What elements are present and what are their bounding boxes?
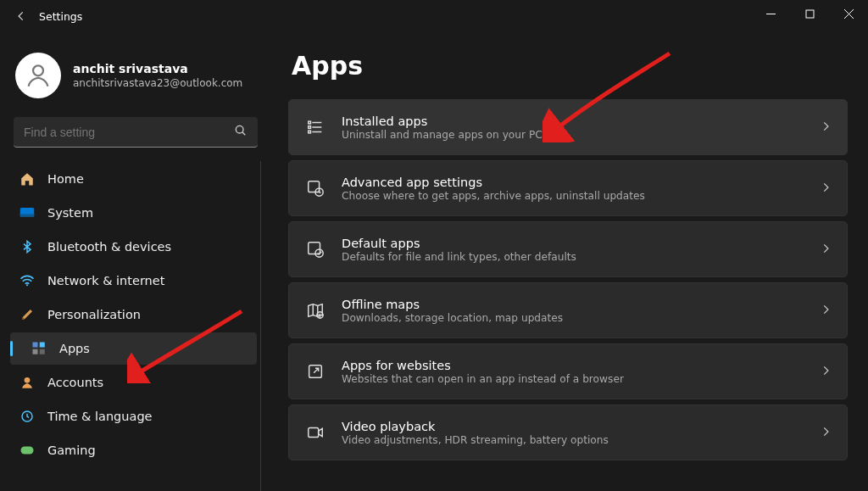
clock-icon <box>19 410 36 423</box>
sidebar-item-network[interactable]: Network & internet <box>10 265 257 297</box>
window-title: Settings <box>39 10 82 23</box>
card-title: Video playback <box>342 420 804 433</box>
profile-block[interactable]: anchit srivastava anchitsrivastava23@out… <box>10 41 261 114</box>
default-apps-icon <box>304 240 326 259</box>
nav-list: Home System Bluetooth & devices Network … <box>10 161 261 491</box>
bluetooth-icon <box>19 240 36 254</box>
card-subtitle: Downloads, storage location, map updates <box>342 312 804 324</box>
svg-rect-20 <box>309 121 311 124</box>
svg-rect-12 <box>33 349 38 354</box>
svg-line-6 <box>242 132 245 135</box>
card-title: Apps for websites <box>342 359 804 372</box>
svg-rect-22 <box>309 131 311 133</box>
sidebar-item-personalization[interactable]: Personalization <box>10 299 257 331</box>
sidebar-item-label: Bluetooth & devices <box>47 240 171 254</box>
svg-rect-25 <box>309 243 320 254</box>
minimize-button[interactable] <box>751 0 790 27</box>
chevron-right-icon <box>820 242 832 258</box>
card-subtitle: Video adjustments, HDR streaming, batter… <box>342 434 804 446</box>
card-default-apps[interactable]: Default apps Defaults for file and link … <box>288 221 848 277</box>
search-box[interactable] <box>14 117 258 148</box>
sidebar-item-label: Apps <box>59 342 90 355</box>
search-input[interactable] <box>24 126 234 139</box>
card-apps-for-websites[interactable]: Apps for websites Websites that can open… <box>288 343 848 399</box>
system-icon <box>19 207 36 219</box>
svg-rect-29 <box>309 428 319 438</box>
svg-rect-1 <box>806 10 814 18</box>
accounts-icon <box>19 376 36 389</box>
card-subtitle: Defaults for file and link types, other … <box>342 251 804 263</box>
list-icon <box>304 118 326 137</box>
sidebar-item-bluetooth[interactable]: Bluetooth & devices <box>10 231 257 263</box>
main-content: Apps Installed apps Uninstall and manage… <box>270 32 868 491</box>
apps-icon <box>31 341 47 356</box>
sidebar-item-gaming[interactable]: Gaming <box>10 434 257 466</box>
svg-point-14 <box>25 377 31 383</box>
sidebar-item-label: Home <box>47 172 84 186</box>
avatar <box>15 53 61 98</box>
search-icon <box>234 124 248 141</box>
svg-point-9 <box>26 284 28 286</box>
chevron-right-icon <box>820 181 832 197</box>
chevron-right-icon <box>820 425 832 441</box>
card-title: Advanced app settings <box>342 176 804 189</box>
gaming-icon <box>19 444 36 456</box>
svg-point-5 <box>236 126 243 133</box>
sidebar-item-label: Time & language <box>47 410 153 423</box>
card-subtitle: Choose where to get apps, archive apps, … <box>342 190 804 202</box>
card-subtitle: Websites that can open in an app instead… <box>342 373 804 385</box>
sidebar-item-apps[interactable]: Apps <box>10 332 257 365</box>
app-settings-icon <box>304 179 326 198</box>
sidebar-item-label: Gaming <box>47 444 96 457</box>
map-icon <box>304 301 326 320</box>
sidebar: anchit srivastava anchitsrivastava23@out… <box>0 32 270 491</box>
close-button[interactable] <box>829 0 868 27</box>
svg-point-4 <box>33 65 43 75</box>
card-advanced-app-settings[interactable]: Advanced app settings Choose where to ge… <box>288 160 848 216</box>
svg-rect-21 <box>309 126 311 129</box>
sidebar-item-accounts[interactable]: Accounts <box>10 366 257 399</box>
page-title: Apps <box>292 51 848 81</box>
sidebar-item-home[interactable]: Home <box>10 163 257 195</box>
svg-rect-10 <box>33 343 38 348</box>
sidebar-item-label: Accounts <box>47 376 103 389</box>
svg-rect-8 <box>20 215 35 217</box>
svg-rect-16 <box>21 447 34 455</box>
chevron-right-icon <box>820 303 832 319</box>
home-icon <box>19 171 36 187</box>
video-icon <box>304 423 326 442</box>
svg-rect-11 <box>40 343 45 348</box>
sidebar-item-label: Network & internet <box>47 274 164 287</box>
card-title: Offline maps <box>342 298 804 311</box>
card-offline-maps[interactable]: Offline maps Downloads, storage location… <box>288 282 848 338</box>
card-title: Default apps <box>342 237 804 250</box>
brush-icon <box>19 307 36 322</box>
profile-name: anchit srivastava <box>73 62 242 75</box>
svg-rect-23 <box>309 181 320 192</box>
card-title: Installed apps <box>342 114 804 128</box>
card-subtitle: Uninstall and manage apps on your PC <box>342 129 804 141</box>
svg-rect-13 <box>40 349 45 354</box>
open-external-icon <box>304 362 326 381</box>
titlebar: Settings <box>0 0 868 32</box>
chevron-right-icon <box>820 120 832 136</box>
sidebar-item-system[interactable]: System <box>10 197 257 229</box>
back-button[interactable] <box>8 3 34 29</box>
maximize-button[interactable] <box>790 0 829 27</box>
sidebar-item-time[interactable]: Time & language <box>10 400 257 432</box>
sidebar-item-label: System <box>47 206 93 220</box>
card-installed-apps[interactable]: Installed apps Uninstall and manage apps… <box>288 99 848 155</box>
profile-email: anchitsrivastava23@outlook.com <box>73 77 242 89</box>
chevron-right-icon <box>820 364 832 380</box>
card-video-playback[interactable]: Video playback Video adjustments, HDR st… <box>288 405 848 460</box>
sidebar-item-label: Personalization <box>47 308 141 321</box>
wifi-icon <box>19 275 36 287</box>
